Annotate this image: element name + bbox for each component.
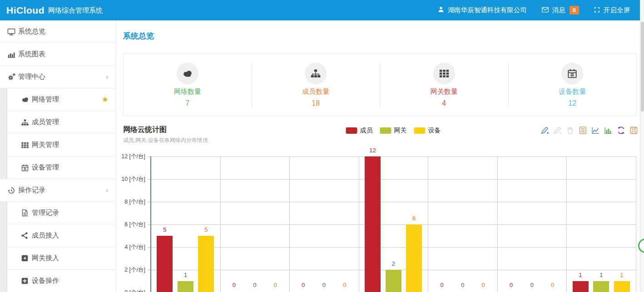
legend-label: 网关	[394, 127, 407, 135]
company-account[interactable]: 湖南华辰智通科技有限公司	[437, 6, 527, 15]
top-header: HiCloud 网络综合管理系统 湖南华辰智通科技有限公司 消息 0 开启全屏	[0, 0, 640, 20]
legend-swatch	[380, 127, 391, 134]
chart-title: 网络云统计图	[123, 125, 167, 135]
y-axis-label: 0 [个/台]	[116, 289, 145, 292]
sidebar-item-label: 管理中心	[18, 73, 45, 81]
bar-value-label: 0	[243, 282, 266, 288]
gridline-vertical	[428, 156, 428, 292]
bar-value-label: 1	[569, 272, 592, 278]
sidebar-item-system-overview[interactable]: 系统总览	[0, 20, 116, 43]
add-mark-pencil-icon[interactable]	[540, 126, 550, 135]
undo-mark-pencil-icon[interactable]	[553, 126, 562, 135]
gridline-horizontal	[151, 202, 636, 202]
stat-label: 网络数量	[174, 88, 201, 96]
calendar-icon	[561, 63, 583, 84]
bar-value-label: 0	[472, 282, 495, 288]
stat-card-members: 成员数量 18	[252, 54, 380, 116]
bar-device[interactable]	[406, 224, 422, 292]
scrollbar-thumb[interactable]	[641, 22, 644, 112]
bar-value-label: 6	[402, 215, 426, 222]
gridline-vertical	[289, 156, 290, 292]
bar-value-label: 1	[610, 272, 634, 278]
legend-item-gateway[interactable]: 网关	[380, 127, 407, 135]
bar-value-label: 0	[541, 282, 564, 288]
gridline-horizontal	[151, 224, 636, 225]
save-image-icon[interactable]	[629, 126, 639, 135]
bar-value-label: 12	[361, 147, 384, 154]
sidebar-item-member-management[interactable]: 成员管理	[0, 111, 116, 134]
sidebar-item-network-management[interactable]: 网络管理 ★	[0, 88, 116, 111]
sidebar-item-management-center[interactable]: 管理中心 ›	[0, 66, 116, 88]
stat-value: 4	[442, 99, 446, 107]
messages-count-badge: 0	[570, 6, 579, 15]
gridline-vertical	[220, 156, 221, 292]
favorite-star-icon[interactable]: ★	[102, 95, 109, 104]
gridline-vertical	[636, 156, 636, 292]
stats-panel: 网络数量 7 成员数量 18 网关数量 4 设备数量 12	[123, 54, 637, 116]
messages-button[interactable]: 消息 0	[541, 6, 579, 15]
bar-value-label: 0	[333, 282, 356, 288]
legend-swatch	[346, 127, 357, 134]
legend-swatch	[414, 127, 426, 134]
sidebar-item-management-records[interactable]: 管理记录	[0, 202, 116, 224]
grid-icon	[21, 141, 32, 149]
calendar-icon	[21, 164, 32, 172]
sidebar-item-system-charts[interactable]: 系统图表	[0, 43, 116, 66]
y-axis-label: 4 [个/台]	[116, 243, 145, 251]
grid-icon	[433, 63, 455, 84]
chart-toolbox	[540, 126, 639, 135]
sidebar-item-label: 网关接入	[32, 254, 59, 263]
chart-legend: 成员网关设备	[346, 127, 441, 135]
stat-value: 12	[568, 99, 576, 107]
sidebar-item-device-management[interactable]: 设备管理	[0, 156, 116, 179]
page-title: 系统总览	[123, 31, 154, 41]
bar-value-label: 5	[194, 226, 218, 233]
bar-chart-canvas[interactable]: 12 [个/台]10 [个/台]8 [个/台]6 [个/台]4 [个/台]2 […	[116, 144, 640, 292]
legend-item-device[interactable]: 设备	[414, 127, 441, 135]
chart-subtitle: 成员,网关,设备在各网络内分布情况	[123, 136, 208, 144]
data-view-icon[interactable]	[578, 126, 588, 135]
sidebar-item-gateway-access[interactable]: 网关接入	[0, 247, 116, 270]
bar-gateway[interactable]	[178, 281, 193, 292]
bar-value-label: 1	[174, 272, 197, 278]
bar-chart-type-icon[interactable]	[604, 126, 613, 135]
bar-value-label: 0	[500, 282, 523, 288]
chevron-right-icon: ›	[106, 186, 109, 195]
bar-value-label: 2	[382, 260, 405, 267]
stat-card-devices: 设备数量 12	[509, 54, 637, 116]
bar-device[interactable]	[198, 236, 214, 292]
sidebar-item-label: 成员接入	[32, 231, 59, 240]
clear-mark-trash-icon[interactable]	[565, 126, 575, 135]
sidebar-item-gateway-management[interactable]: 网关管理	[0, 134, 116, 156]
bar-value-label: 5	[153, 226, 176, 233]
bar-member[interactable]	[365, 156, 381, 292]
gridline-horizontal	[151, 179, 636, 180]
gridline-vertical	[359, 156, 359, 292]
sidebar-item-member-access[interactable]: 成员接入	[0, 224, 116, 247]
bar-member[interactable]	[573, 281, 589, 292]
legend-item-member[interactable]: 成员	[346, 127, 373, 135]
stat-label: 设备数量	[559, 88, 586, 96]
bar-gateway[interactable]	[386, 270, 401, 292]
bar-device[interactable]	[614, 281, 630, 292]
sitemap-icon	[21, 118, 32, 127]
bar-chart-icon	[7, 50, 18, 58]
company-name: 湖南华辰智通科技有限公司	[448, 6, 527, 15]
brand-logo: HiCloud	[6, 5, 45, 16]
share-icon	[21, 232, 32, 239]
bar-member[interactable]	[157, 236, 173, 292]
fullscreen-button[interactable]: 开启全屏	[594, 6, 630, 15]
y-axis-label: 10 [个/台]	[116, 175, 145, 183]
bar-gateway[interactable]	[593, 281, 609, 292]
sidebar-item-operation-records[interactable]: 操作记录 ›	[0, 179, 116, 202]
refresh-icon[interactable]	[616, 126, 626, 135]
expand-icon	[594, 6, 600, 15]
sidebar-item-label: 设备操作	[32, 277, 59, 285]
sidebar-item-label: 系统图表	[18, 50, 45, 58]
sidebar-item-label: 网络管理	[32, 95, 59, 104]
line-chart-type-icon[interactable]	[591, 126, 600, 135]
sidebar-item-label: 操作记录	[18, 186, 45, 195]
gridline-vertical	[566, 156, 567, 292]
sidebar-item-label: 网关管理	[32, 141, 59, 149]
sidebar-item-device-operations[interactable]: 设备操作	[0, 270, 116, 292]
